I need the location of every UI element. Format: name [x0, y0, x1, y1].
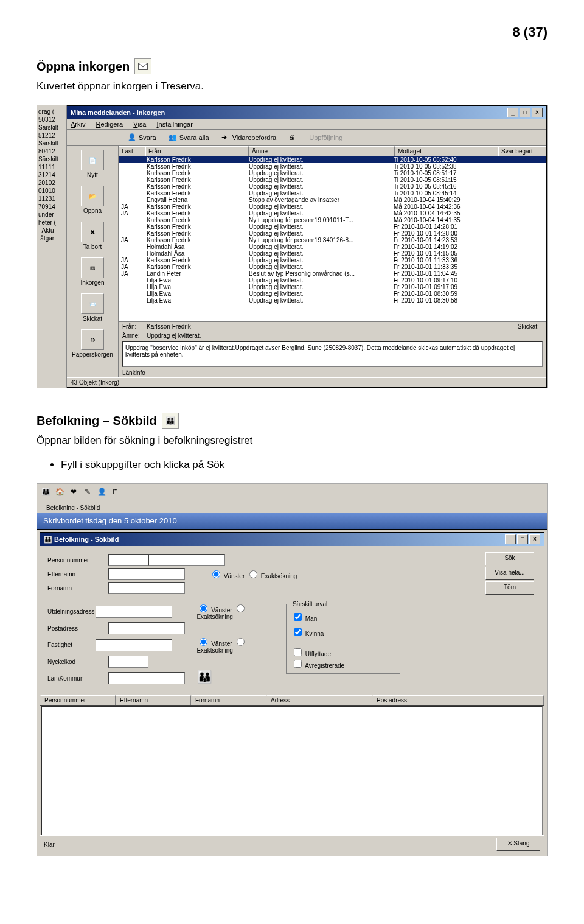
folder-icon: ♻ — [81, 329, 104, 350]
message-row[interactable]: Lilja EwaUppdrag ej kvitterat.Fr 2010-10… — [119, 277, 546, 284]
window-controls[interactable]: _□× — [504, 534, 540, 544]
maximize-icon: □ — [517, 534, 528, 544]
label-post: Postadress — [47, 625, 108, 632]
check-avreg[interactable] — [294, 660, 302, 668]
sidebar-item-papperskorgen[interactable]: ♻Papperskorgen — [68, 329, 117, 358]
radio-exakt-3[interactable] — [237, 638, 245, 646]
menu-visa: Visa — [133, 121, 146, 128]
folder-icon: ✖ — [81, 222, 104, 242]
message-list[interactable]: Karlsson FredrikUppdrag ej kvitterat.Ti … — [119, 156, 546, 321]
folder-icon: 📨 — [81, 293, 104, 314]
result-col[interactable]: Adress — [266, 695, 372, 705]
fornamn-field[interactable] — [108, 582, 185, 594]
message-row[interactable]: Karlsson FredrikUppdrag ej kvitterat.Ti … — [119, 177, 546, 183]
message-row[interactable]: JAKarlsson FredrikUppdrag ej kvitterat.M… — [119, 203, 546, 210]
app-toolbar[interactable]: 👪🏠❤✎👤🗒 — [37, 484, 547, 500]
message-row[interactable]: JAKarlsson FredrikUppdrag ej kvitterat.M… — [119, 210, 546, 217]
radio-exakt-2[interactable] — [237, 604, 245, 612]
sidebar-item-label: Öppna — [68, 208, 117, 214]
message-row[interactable]: JAKarlsson FredrikNytt uppdrag för perso… — [119, 237, 546, 243]
message-row[interactable]: Karlsson FredrikUppdrag ej kvitterat.Fr … — [119, 230, 546, 237]
check-kvinna[interactable] — [294, 628, 302, 636]
message-row[interactable]: Karlsson FredrikUppdrag ej kvitterat.Ti … — [119, 190, 546, 197]
sidebar-item-öppna[interactable]: 📂Öppna — [68, 186, 117, 214]
minimize-icon: _ — [507, 108, 518, 117]
vidarebefordra-button[interactable]: ➜Vidarebefordra — [217, 131, 281, 144]
sidebar-item-inkorgen[interactable]: ✉Inkorgen — [68, 257, 117, 286]
preview-pane: Från: Karlsson FredrikSkickat: - Ämne: U… — [119, 321, 546, 377]
menubar[interactable]: Arkiv Redigera Visa Inställningar — [67, 119, 546, 130]
message-row[interactable]: Holmdahl ÅsaUppdrag ej kvitterat.Fr 2010… — [119, 250, 546, 257]
pen-icon: ✎ — [82, 486, 94, 498]
tom-button[interactable]: Töm — [485, 581, 534, 595]
message-row[interactable]: Holmdahl ÅsaUppdrag ej kvitterat.Fr 2010… — [119, 243, 546, 250]
message-row[interactable]: JAKarlsson FredrikUppdrag ej kvitterat.F… — [119, 257, 546, 264]
message-row[interactable]: JAKarlsson FredrikUppdrag ej kvitterat.F… — [119, 264, 546, 270]
message-row[interactable]: Lilja EwaUppdrag ej kvitterat.Fr 2010-10… — [119, 290, 546, 297]
sidebar-item-nytt[interactable]: 📄Nytt — [68, 150, 117, 178]
folder-icon: 📄 — [81, 150, 104, 170]
user-icon: 👤 — [96, 486, 108, 498]
sidebar-item-ta bort[interactable]: ✖Ta bort — [68, 222, 117, 250]
sarskilt-urval-group: Särskilt urval Man Kvinna Utflyttade Avr… — [286, 601, 400, 674]
result-col[interactable]: Postadress — [372, 695, 544, 705]
svara-alla-button[interactable]: 👥Svara alla — [164, 131, 214, 144]
radio-vanster-3[interactable] — [200, 638, 207, 646]
print-icon: 🖨 — [288, 133, 297, 142]
personnummer-field-2[interactable] — [148, 554, 225, 566]
lankommun-field[interactable] — [108, 672, 185, 684]
sidebar-item-label: Inkorgen — [68, 279, 117, 286]
message-row[interactable]: Engvall HelenaStopp av övertagande av in… — [119, 197, 546, 203]
radio-vanster-2[interactable] — [200, 604, 207, 612]
window-controls[interactable]: _□× — [506, 108, 543, 117]
statusbar-2: Klar ✕ Stäng — [40, 835, 544, 853]
people-large-icon: 👪 — [197, 670, 218, 687]
forward-icon: ➜ — [221, 133, 230, 142]
statusbar: 43 Objekt (Inkorg) — [67, 377, 546, 387]
result-col[interactable]: Förnamn — [191, 695, 266, 705]
check-utflyttade[interactable] — [294, 648, 302, 656]
sokbild-titlebar: 👪 Befolkning - Sökbild _□× — [40, 533, 544, 546]
svara-button[interactable]: 👤Svara — [123, 131, 161, 144]
section1-heading: Öppna inkorgen — [36, 58, 548, 74]
section2-bullets: Fyll i sökuppgifter och klicka på Sök — [36, 459, 548, 471]
message-row[interactable]: Karlsson FredrikNytt uppdrag för person:… — [119, 217, 546, 223]
message-row[interactable]: Lilja EwaUppdrag ej kvitterat.Fr 2010-10… — [119, 284, 546, 290]
nyckelkod-field[interactable] — [108, 656, 148, 668]
result-list[interactable] — [41, 706, 543, 835]
label-pnr: Personnummer — [47, 557, 108, 564]
print-button[interactable]: 🖨 — [284, 131, 301, 144]
radio-vanster[interactable] — [212, 570, 220, 578]
list-header[interactable]: Läst Från Ämne Mottaget Svar begärt — [119, 146, 546, 156]
radio-exakt[interactable] — [249, 570, 257, 578]
search-form: Sök Visa hela... Töm Personnummer Eftern… — [40, 546, 544, 695]
message-row[interactable]: Karlsson FredrikUppdrag ej kvitterat.Ti … — [119, 183, 546, 190]
message-row[interactable]: Karlsson FredrikUppdrag ej kvitterat.Fr … — [119, 223, 546, 230]
sok-button[interactable]: Sök — [485, 552, 534, 565]
section1-text: Kuvertet öppnar inkorgen i Treserva. — [36, 80, 548, 93]
result-col[interactable]: Efternamn — [116, 695, 191, 705]
message-row[interactable]: Lilja EwaUppdrag ej kvitterat.Fr 2010-10… — [119, 297, 546, 304]
sidebar-item-skickat[interactable]: 📨Skickat — [68, 293, 117, 322]
linkinfo[interactable]: Länkinfo — [119, 368, 546, 377]
personnummer-field[interactable] — [108, 554, 148, 566]
message-row[interactable]: Karlsson FredrikUppdrag ej kvitterat.Ti … — [119, 163, 546, 170]
message-row[interactable]: Karlsson FredrikUppdrag ej kvitterat.Ti … — [119, 156, 546, 163]
home-icon: 🏠 — [54, 486, 66, 498]
visa-hela-button[interactable]: Visa hela... — [485, 567, 534, 580]
folder-sidebar[interactable]: 📄Nytt📂Öppna✖Ta bort✉Inkorgen📨Skickat♻Pap… — [67, 146, 119, 377]
utdelningsadress-field[interactable] — [96, 606, 172, 618]
check-man[interactable] — [294, 613, 302, 621]
message-row[interactable]: Karlsson FredrikUppdrag ej kvitterat.Ti … — [119, 170, 546, 177]
efternamn-field[interactable] — [108, 568, 185, 580]
people-icon: 👪 — [40, 486, 52, 498]
tab-bar[interactable]: Befolkning - Sökbild — [37, 500, 547, 513]
postadress-field[interactable] — [108, 622, 185, 634]
uppfoljning-button: Uppföljning — [305, 132, 347, 143]
toolbar: 👤Svara 👥Svara alla ➜Vidarebefordra 🖨 Upp… — [67, 130, 546, 146]
result-col[interactable]: Personnummer — [40, 695, 116, 705]
message-row[interactable]: JALandin PeterBeslut av typ Personlig om… — [119, 270, 546, 277]
fastighet-field[interactable] — [96, 639, 172, 651]
result-header[interactable]: PersonnummerEfternamnFörnamnAdressPostad… — [40, 695, 544, 706]
stang-button[interactable]: ✕ Stäng — [496, 838, 540, 851]
